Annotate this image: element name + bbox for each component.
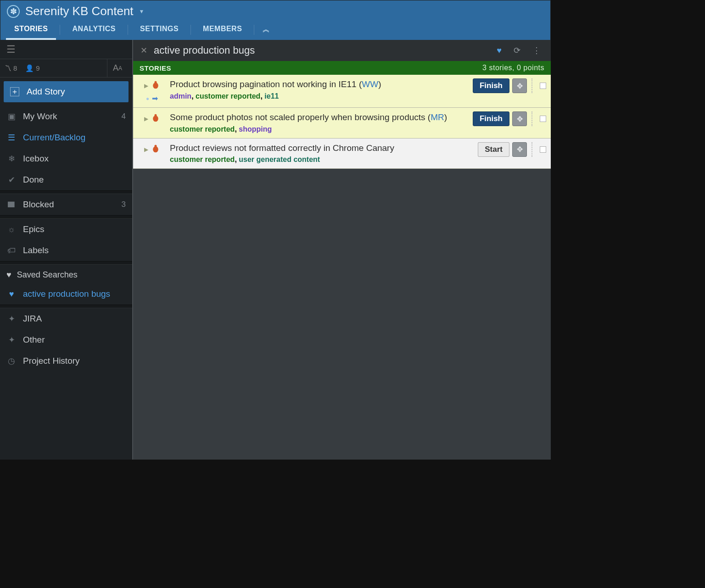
sidebar-item-label: Project History bbox=[23, 356, 80, 366]
sidebar-item-blocked[interactable]: ⯀ Blocked 3 bbox=[0, 194, 132, 215]
bug-icon bbox=[151, 80, 160, 91]
stories-list: ▶●➡Product browsing pagination not worki… bbox=[133, 75, 551, 169]
sidebar-item-current-backlog[interactable]: ☰ Current/Backlog bbox=[0, 127, 132, 148]
story-owner-initials[interactable]: WW bbox=[362, 79, 378, 89]
text-size-toggle[interactable]: AA bbox=[107, 59, 128, 77]
sidebar-saved-searches-header[interactable]: ♥ Saved Searches bbox=[0, 265, 132, 283]
sidebar-item-label: Other bbox=[23, 335, 45, 345]
start-button[interactable]: Start bbox=[478, 142, 509, 157]
story-gutter: ▶●➡ bbox=[138, 78, 166, 103]
story-title[interactable]: Some product photos not scaled properly … bbox=[170, 111, 469, 123]
app-header: ✽ Serenity KB Content ▼ STORIES ANALYTIC… bbox=[0, 0, 551, 40]
svg-point-3 bbox=[154, 114, 157, 116]
story-title[interactable]: Product reviews not formatted correctly … bbox=[170, 142, 474, 154]
velocity-stat[interactable]: 〽8 bbox=[5, 64, 17, 72]
story-labels: customer reported, shopping bbox=[170, 125, 469, 133]
add-story-button[interactable]: ＋ Add Story bbox=[4, 81, 129, 102]
expand-caret-icon[interactable]: ▶ bbox=[144, 83, 148, 89]
tab-more-icon[interactable]: ︽ bbox=[254, 19, 278, 40]
sidebar-item-label: Labels bbox=[23, 245, 49, 255]
expand-caret-icon[interactable]: ▶ bbox=[144, 146, 148, 153]
velocity-value: 8 bbox=[13, 64, 17, 72]
members-icon: 👤 bbox=[25, 64, 34, 72]
finish-button[interactable]: Finish bbox=[473, 78, 509, 93]
svg-point-0 bbox=[153, 83, 158, 89]
close-icon[interactable]: ✕ bbox=[140, 45, 147, 55]
tab-analytics[interactable]: ANALYTICS bbox=[60, 19, 128, 40]
sidebar-item-project-history[interactable]: ◷ Project History bbox=[0, 350, 132, 372]
sidebar-item-done[interactable]: ✔ Done bbox=[0, 169, 132, 190]
my-work-icon: ▣ bbox=[6, 111, 17, 122]
favorite-icon[interactable]: ♥ bbox=[494, 46, 504, 55]
members-value: 9 bbox=[36, 64, 39, 72]
story-row[interactable]: ▶Some product photos not scaled properly… bbox=[133, 108, 551, 139]
project-dropdown-caret-icon[interactable]: ▼ bbox=[139, 8, 145, 15]
story-labels: customer reported, user generated conten… bbox=[170, 155, 474, 164]
sidebar-item-active-prod-bugs[interactable]: ♥ active production bugs bbox=[0, 283, 132, 305]
select-checkbox[interactable] bbox=[540, 83, 546, 89]
main-tabs: STORIES ANALYTICS SETTINGS MEMBERS ︽ bbox=[0, 19, 550, 40]
move-icon[interactable]: ✥ bbox=[512, 78, 527, 93]
sidebar-item-jira[interactable]: ✦ JIRA bbox=[0, 308, 132, 329]
move-icon[interactable]: ✥ bbox=[512, 111, 527, 126]
story-label[interactable]: shopping bbox=[239, 125, 272, 133]
select-checkbox[interactable] bbox=[540, 116, 546, 122]
story-body: Product reviews not formatted correctly … bbox=[170, 142, 474, 164]
hamburger-icon[interactable]: ☰ bbox=[0, 44, 22, 55]
members-stat[interactable]: 👤9 bbox=[25, 64, 39, 72]
sidebar-item-label: Blocked bbox=[23, 200, 54, 210]
velocity-icon: 〽 bbox=[5, 64, 11, 72]
story-label[interactable]: ie11 bbox=[264, 92, 279, 100]
history-icon: ◷ bbox=[6, 356, 17, 366]
done-icon: ✔ bbox=[6, 175, 17, 185]
move-icon[interactable]: ✥ bbox=[512, 142, 527, 157]
pointer-arrow-icon: ➡ bbox=[152, 94, 158, 103]
story-label[interactable]: admin bbox=[170, 92, 191, 100]
svg-point-2 bbox=[153, 116, 158, 122]
refresh-icon[interactable]: ⟳ bbox=[511, 45, 523, 55]
bug-icon bbox=[151, 144, 160, 155]
plus-icon: ＋ bbox=[10, 87, 19, 96]
sidebar-item-labels[interactable]: 🏷 Labels bbox=[0, 240, 132, 261]
heart-icon: ♥ bbox=[6, 270, 11, 280]
svg-point-1 bbox=[154, 81, 157, 83]
story-body: Product browsing pagination not working … bbox=[170, 78, 469, 100]
svg-point-5 bbox=[154, 144, 157, 147]
story-label[interactable]: user generated content bbox=[239, 155, 320, 163]
select-checkbox[interactable] bbox=[540, 146, 546, 153]
sidebar-item-label: Saved Searches bbox=[17, 270, 78, 280]
expand-caret-icon[interactable]: ▶ bbox=[144, 116, 148, 122]
svg-point-4 bbox=[153, 146, 158, 152]
sidebar-item-label: My Work bbox=[23, 111, 57, 122]
bug-icon bbox=[151, 113, 160, 124]
current-backlog-icon: ☰ bbox=[6, 133, 17, 143]
finish-button[interactable]: Finish bbox=[473, 111, 509, 126]
story-actions: Finish✥ bbox=[473, 78, 546, 93]
add-story-label: Add Story bbox=[27, 87, 65, 97]
sidebar-item-epics[interactable]: ☼ Epics bbox=[0, 219, 132, 240]
sidebar-item-icebox[interactable]: ❄ Icebox bbox=[0, 148, 132, 169]
project-title[interactable]: Serenity KB Content bbox=[25, 4, 134, 18]
sidebar-item-my-work[interactable]: ▣ My Work 4 bbox=[0, 106, 132, 127]
story-row[interactable]: ▶●➡Product browsing pagination not worki… bbox=[133, 75, 551, 108]
sidebar-item-label: Done bbox=[23, 175, 44, 185]
story-owner-initials[interactable]: MR bbox=[431, 112, 444, 122]
more-menu-icon[interactable]: ⋮ bbox=[530, 45, 543, 55]
tab-settings[interactable]: SETTINGS bbox=[128, 19, 190, 40]
story-title[interactable]: Product browsing pagination not working … bbox=[170, 78, 469, 90]
sidebar-item-label: Icebox bbox=[23, 154, 49, 164]
story-label[interactable]: customer reported bbox=[170, 155, 235, 163]
story-row[interactable]: ▶Product reviews not formatted correctly… bbox=[133, 139, 551, 169]
other-icon: ✦ bbox=[6, 335, 17, 345]
heart-icon: ♥ bbox=[6, 289, 17, 299]
blocked-icon: ⯀ bbox=[6, 200, 17, 210]
sidebar: ☰ 〽8 👤9 AA ＋ Add Story ▣ My Work 4 ☰ Cur… bbox=[0, 40, 133, 460]
app-logo-icon[interactable]: ✽ bbox=[7, 5, 20, 18]
story-actions: Start✥ bbox=[478, 142, 546, 157]
sidebar-item-other[interactable]: ✦ Other bbox=[0, 329, 132, 350]
sidebar-item-count: 3 bbox=[122, 200, 126, 209]
story-label[interactable]: customer reported bbox=[170, 125, 235, 133]
tab-members[interactable]: MEMBERS bbox=[191, 19, 254, 40]
tab-stories[interactable]: STORIES bbox=[2, 19, 60, 40]
story-label[interactable]: customer reported bbox=[196, 92, 260, 100]
